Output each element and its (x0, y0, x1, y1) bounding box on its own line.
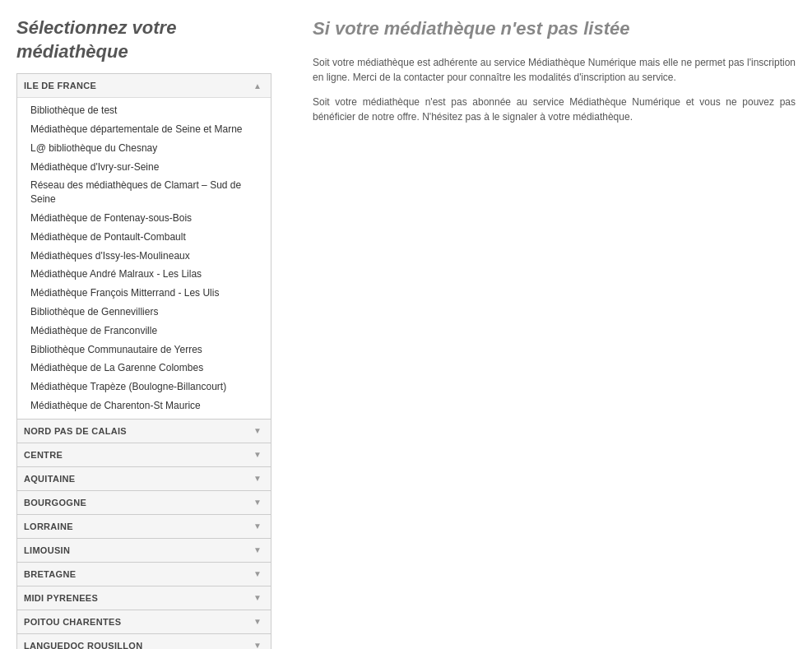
right-panel: Si votre médiathèque n'est pas listée So… (296, 16, 796, 649)
accordion-section-poitou-charentes: POITOU CHARENTES▼ (16, 610, 271, 633)
accordion-label-lorraine: LORRAINE (24, 522, 73, 531)
accordion-label-poitou-charentes: POITOU CHARENTES (24, 617, 121, 627)
list-item[interactable]: Médiathèque de Fontenay-sous-Bois (17, 209, 271, 228)
chevron-down-icon: ▼ (251, 544, 264, 557)
chevron-down-icon: ▼ (251, 639, 264, 649)
right-title: Si votre médiathèque n'est pas listée (313, 16, 796, 42)
list-item[interactable]: Médiathèque d'Ivry-sur-Seine (17, 158, 271, 177)
list-item[interactable]: Médiathèque de Franconville (17, 322, 271, 341)
list-item[interactable]: Bibliothèque Communautaire de Yerres (17, 341, 271, 359)
chevron-down-icon: ▼ (251, 496, 264, 509)
list-item[interactable]: Médiathèques d'Issy-les-Moulineaux (17, 247, 271, 266)
accordion-label-centre: CENTRE (24, 450, 63, 460)
chevron-down-icon: ▼ (251, 615, 264, 628)
accordion-header-aquitaine[interactable]: AQUITAINE▼ (17, 467, 271, 490)
list-item[interactable]: Médiathèque Trapèze (Boulogne-Billancour… (17, 378, 271, 396)
accordion-label-languedoc-rousillon: LANGUEDOC ROUSILLON (24, 641, 142, 649)
accordion-label-nord-pas-de-calais: NORD PAS DE CALAIS (24, 426, 127, 436)
list-item[interactable]: Bibliothèque de Gennevilliers (17, 303, 271, 322)
accordion-header-bourgogne[interactable]: BOURGOGNE▼ (17, 491, 271, 514)
list-item[interactable]: L@ bibliothèque du Chesnay (17, 139, 271, 158)
list-item[interactable]: Médiathèque de La Garenne Colombes (17, 359, 271, 378)
list-item[interactable]: Médiathèque de Charenton-St Maurice (17, 396, 271, 415)
list-item[interactable]: Réseau des médiathèques de Clamart – Sud… (17, 176, 271, 209)
list-item[interactable]: Médiathèque de Pontault-Combault (17, 228, 271, 247)
chevron-down-icon: ▼ (251, 424, 264, 438)
accordion-header-nord-pas-de-calais[interactable]: NORD PAS DE CALAIS▼ (17, 420, 271, 443)
accordion-section-bretagne: BRETAGNE▼ (16, 562, 271, 586)
accordion-label-bourgogne: BOURGOGNE (24, 498, 86, 508)
accordion-header-midi-pyrenees[interactable]: MIDI PYRENEES▼ (17, 586, 271, 610)
accordion-header-bretagne[interactable]: BRETAGNE▼ (17, 563, 271, 586)
accordion-label-midi-pyrenees: MIDI PYRENEES (24, 593, 98, 603)
accordion-header-lorraine[interactable]: LORRAINE▼ (17, 515, 271, 538)
accordion-section-lorraine: LORRAINE▼ (16, 514, 271, 538)
left-panel: Sélectionnez votre médiathèque ILE DE FR… (16, 16, 271, 649)
accordion-header-languedoc-rousillon[interactable]: LANGUEDOC ROUSILLON▼ (17, 634, 271, 649)
chevron-down-icon: ▼ (251, 472, 264, 485)
list-item[interactable]: Médiathèque départementale de Seine et M… (17, 120, 271, 139)
accordion-section-centre: CENTRE▼ (16, 443, 271, 466)
chevron-down-icon: ▲ (251, 79, 264, 92)
chevron-down-icon: ▼ (251, 568, 264, 581)
accordion-header-ile-de-france[interactable]: ILE DE FRANCE▲ (17, 74, 271, 97)
accordion-label-limousin: LIMOUSIN (24, 545, 70, 555)
accordion-label-ile-de-france: ILE DE FRANCE (24, 81, 96, 90)
right-paragraph-2: Soit votre médiathèque n'est pas abonnée… (313, 95, 796, 124)
accordion-label-bretagne: BRETAGNE (24, 569, 76, 579)
chevron-down-icon: ▼ (251, 591, 264, 605)
accordion-list: ILE DE FRANCE▲Bibliothèque de testMédiat… (16, 73, 271, 649)
accordion-section-midi-pyrenees: MIDI PYRENEES▼ (16, 586, 271, 610)
accordion-section-languedoc-rousillon: LANGUEDOC ROUSILLON▼ (16, 633, 271, 649)
list-item[interactable]: Médiathèque André Malraux - Les Lilas (17, 265, 271, 284)
list-item[interactable]: Bibliothèque de test (17, 101, 271, 120)
accordion-label-aquitaine: AQUITAINE (24, 474, 75, 484)
right-paragraph-1: Soit votre médiathèque est adhérente au … (313, 55, 796, 85)
accordion-header-centre[interactable]: CENTRE▼ (17, 443, 271, 466)
list-item[interactable]: Médiathèque François Mitterrand - Les Ul… (17, 284, 271, 303)
chevron-down-icon: ▼ (251, 520, 264, 533)
main-container: Sélectionnez votre médiathèque ILE DE FR… (0, 0, 812, 649)
accordion-header-poitou-charentes[interactable]: POITOU CHARENTES▼ (17, 610, 271, 633)
accordion-section-bourgogne: BOURGOGNE▼ (16, 490, 271, 514)
accordion-section-ile-de-france: ILE DE FRANCE▲Bibliothèque de testMédiat… (16, 73, 271, 419)
accordion-section-nord-pas-de-calais: NORD PAS DE CALAIS▼ (16, 419, 271, 443)
chevron-down-icon: ▼ (251, 448, 264, 461)
accordion-header-limousin[interactable]: LIMOUSIN▼ (17, 539, 271, 562)
accordion-section-limousin: LIMOUSIN▼ (16, 538, 271, 562)
accordion-content-ile-de-france: Bibliothèque de testMédiathèque départem… (17, 97, 271, 419)
left-title: Sélectionnez votre médiathèque (16, 16, 271, 63)
accordion-section-aquitaine: AQUITAINE▼ (16, 466, 271, 490)
library-list-ile-de-france: Bibliothèque de testMédiathèque départem… (17, 98, 271, 419)
